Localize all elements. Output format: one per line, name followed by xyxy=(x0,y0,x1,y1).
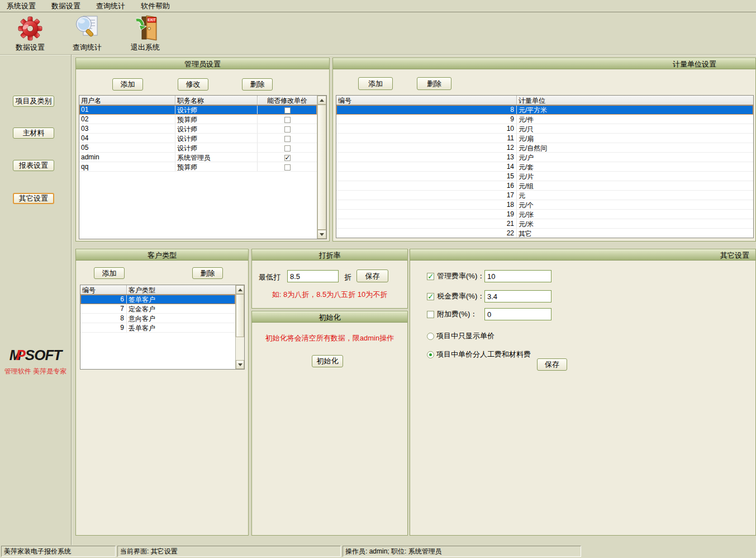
cell-unit: 元/片 xyxy=(516,172,753,181)
scroll-up-button[interactable] xyxy=(317,96,326,105)
sidebar-button-materials[interactable]: 主材料 xyxy=(13,127,54,139)
unit-add-button[interactable]: 添加 xyxy=(358,77,393,90)
cell-role: 设计师 xyxy=(175,105,257,114)
customer-add-button[interactable]: 添加 xyxy=(94,267,125,279)
toolbar-query-statistics-button[interactable]: 查询统计 xyxy=(68,15,106,54)
menu-software-help[interactable]: 软件帮助 xyxy=(136,0,174,12)
column-header[interactable]: 职务名称 xyxy=(175,96,257,105)
cell-unit: 元/自然间 xyxy=(516,143,753,152)
menu-query-statistics[interactable]: 查询统计 xyxy=(92,0,130,12)
tax-fee-input[interactable] xyxy=(484,290,551,302)
scroll-track[interactable] xyxy=(236,294,244,360)
split-price-radio-row[interactable]: 项目中单价分人工费和材料费 xyxy=(427,348,531,361)
table-row[interactable]: 12 元/自然间 xyxy=(336,143,753,153)
table-row[interactable]: 8 元/平方米 xyxy=(336,105,753,115)
table-row[interactable]: 19 元/张 xyxy=(336,210,753,219)
table-row[interactable]: 03 设计师 xyxy=(79,124,317,134)
table-row[interactable]: 15 元/片 xyxy=(336,172,753,181)
can-edit-price-checkbox[interactable] xyxy=(284,107,291,114)
table-row[interactable]: 21 元/米 xyxy=(336,219,753,229)
min-discount-label: 最低打 xyxy=(259,272,280,282)
table-row[interactable]: 10 元/只 xyxy=(336,124,753,134)
cell-id: 9 xyxy=(336,115,516,124)
cell-type: 定金客户 xyxy=(126,304,235,313)
cell-id: 6 xyxy=(80,295,126,304)
customer-type-panel: 客户类型 添加 删除 编号 客户类型 6 签单客户 7 定金客户 8 xyxy=(75,249,249,536)
can-edit-price-checkbox[interactable] xyxy=(284,145,291,152)
initialize-button[interactable]: 初始化 xyxy=(312,355,343,367)
cell-unit: 元/张 xyxy=(516,210,753,219)
management-fee-checkbox[interactable] xyxy=(427,273,434,280)
split-price-radio[interactable] xyxy=(427,351,434,358)
table-row[interactable]: 01 设计师 xyxy=(79,105,317,115)
column-header[interactable]: 能否修改单价 xyxy=(257,96,317,105)
cell-username: 04 xyxy=(79,134,175,143)
table-row[interactable]: admin 系统管理员 xyxy=(79,153,317,162)
admin-add-button[interactable]: 添加 xyxy=(112,78,143,91)
management-fee-input[interactable] xyxy=(484,270,551,282)
scroll-track[interactable] xyxy=(317,105,326,230)
column-header[interactable]: 客户类型 xyxy=(126,285,235,294)
scroll-down-button[interactable] xyxy=(317,230,326,239)
scroll-thumb[interactable] xyxy=(236,294,244,337)
unit-delete-button[interactable]: 删除 xyxy=(417,77,451,90)
table-row[interactable]: 11 元/扇 xyxy=(336,134,753,143)
table-row[interactable]: qq 预算师 xyxy=(79,162,317,172)
table-row[interactable]: 7 定金客户 xyxy=(80,304,235,314)
surcharge-checkbox[interactable] xyxy=(427,311,434,318)
menu-system-settings[interactable]: 系统设置 xyxy=(2,0,40,12)
cell-unit: 元/套 xyxy=(516,162,753,171)
sidebar-button-reports[interactable]: 报表设置 xyxy=(13,160,54,171)
table-row[interactable]: 02 预算师 xyxy=(79,115,317,124)
can-edit-price-checkbox[interactable] xyxy=(284,126,291,133)
cell-id: 16 xyxy=(336,181,516,190)
customer-table-scrollbar[interactable] xyxy=(235,285,244,369)
table-row[interactable]: 22 其它 xyxy=(336,229,753,238)
price-only-radio[interactable] xyxy=(427,333,434,340)
toolbar-data-settings-button[interactable]: 数据设置 xyxy=(11,15,49,54)
exit-door-icon: EXIT xyxy=(132,15,159,41)
column-header[interactable]: 计量单位 xyxy=(516,96,753,105)
scroll-up-button[interactable] xyxy=(236,285,244,294)
admin-table-scrollbar[interactable] xyxy=(317,96,326,239)
table-row[interactable]: 8 意向客户 xyxy=(80,314,235,323)
scroll-thumb[interactable] xyxy=(317,105,326,230)
admin-delete-button[interactable]: 删除 xyxy=(242,78,273,91)
table-row[interactable]: 9 丢单客户 xyxy=(80,323,235,333)
sidebar-button-projects[interactable]: 项目及类别 xyxy=(13,96,54,107)
table-row[interactable]: 9 元/件 xyxy=(336,115,753,124)
column-header[interactable]: 编号 xyxy=(80,285,126,294)
table-row[interactable]: 04 设计师 xyxy=(79,134,317,143)
toolbar-divider xyxy=(0,54,756,55)
column-header[interactable]: 用户名 xyxy=(79,96,175,105)
tax-fee-checkbox[interactable] xyxy=(427,293,434,300)
can-edit-price-checkbox[interactable] xyxy=(284,117,291,123)
other-settings-save-button[interactable]: 保存 xyxy=(537,358,567,371)
table-row[interactable]: 18 元/个 xyxy=(336,200,753,210)
scroll-down-button[interactable] xyxy=(236,360,244,369)
cell-id: 12 xyxy=(336,143,516,152)
price-only-radio-row[interactable]: 项目中只显示单价 xyxy=(427,330,495,342)
status-text: 操作员: admin; 职位: 系统管理员 xyxy=(345,547,442,556)
panel-header: 计量单位设置 xyxy=(333,58,755,69)
customer-delete-button[interactable]: 删除 xyxy=(192,267,223,279)
table-row[interactable]: 05 设计师 xyxy=(79,143,317,153)
admin-edit-button[interactable]: 修改 xyxy=(178,78,208,91)
table-row[interactable]: 13 元/户 xyxy=(336,153,753,162)
can-edit-price-checkbox[interactable] xyxy=(284,164,291,171)
menu-data-settings[interactable]: 数据设置 xyxy=(47,0,85,12)
surcharge-input[interactable] xyxy=(484,308,551,320)
can-edit-price-checkbox[interactable] xyxy=(284,155,291,161)
cell-id: 17 xyxy=(336,191,516,200)
table-row[interactable]: 16 元/组 xyxy=(336,181,753,191)
can-edit-price-checkbox[interactable] xyxy=(284,136,291,142)
table-row[interactable]: 17 元 xyxy=(336,191,753,200)
sidebar-button-other-settings[interactable]: 其它设置 xyxy=(13,193,54,204)
min-discount-input[interactable] xyxy=(287,270,339,282)
table-row[interactable]: 14 元/套 xyxy=(336,162,753,172)
column-header[interactable]: 编号 xyxy=(336,96,516,105)
cell-unit: 元 xyxy=(516,191,753,200)
table-row[interactable]: 6 签单客户 xyxy=(80,295,235,304)
toolbar-exit-button[interactable]: EXIT 退出系统 xyxy=(126,15,164,54)
discount-save-button[interactable]: 保存 xyxy=(356,269,388,282)
